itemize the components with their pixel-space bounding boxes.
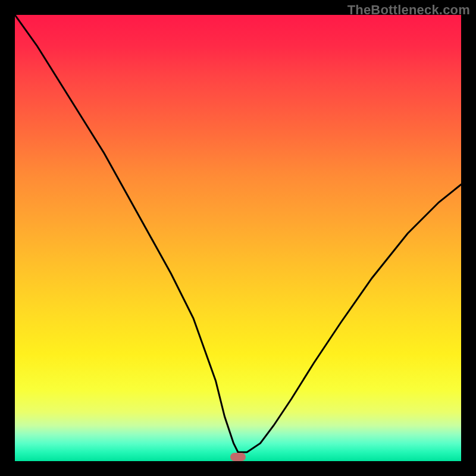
watermark-text: TheBottleneck.com — [347, 2, 470, 18]
minimum-marker — [230, 453, 246, 461]
plot-area — [15, 15, 461, 461]
chart-frame: TheBottleneck.com — [0, 0, 476, 476]
bottleneck-curve — [15, 15, 461, 461]
